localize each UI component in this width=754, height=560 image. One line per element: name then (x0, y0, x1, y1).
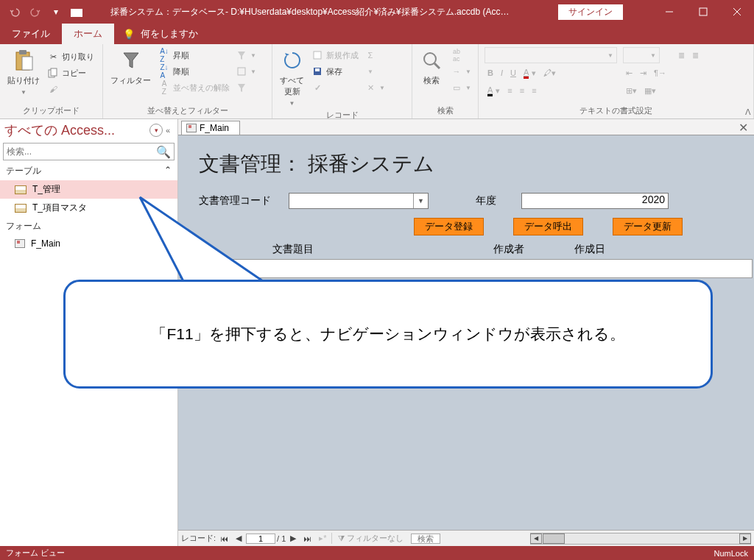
fill-color-button[interactable]: 🖍▾ (540, 65, 559, 81)
gridlines-button[interactable]: ⊞▾ (623, 82, 640, 99)
form-icon (15, 239, 25, 248)
callout-text: 「F11」を押下すると、ナビゲーションウィンドウが表示される。 (151, 324, 624, 344)
format-painter-button[interactable]: 🖌 (44, 81, 97, 97)
toggle-filter-button[interactable] (233, 79, 259, 96)
recnav-prev[interactable]: ◀ (233, 534, 244, 543)
recnav-next[interactable]: ▶ (287, 534, 299, 543)
signin-button[interactable]: サインイン (558, 4, 623, 20)
select-button[interactable]: ▭▼ (448, 79, 474, 96)
document-tab-fmain[interactable]: F_Main (181, 121, 240, 135)
scroll-left-button[interactable]: ◀ (530, 534, 542, 544)
title-bar: ▾ 採番システム：データベース- D:¥HUserdata¥desktop¥Ac… (0, 0, 754, 24)
underline-button[interactable]: U (507, 65, 519, 81)
tab-home[interactable]: ホーム (62, 24, 114, 44)
tell-me[interactable]: 💡 何をしますか (114, 24, 207, 44)
label-year: 年度 (476, 194, 512, 208)
align-center-button[interactable]: ≡ (517, 82, 527, 99)
document-close-button[interactable]: ✕ (733, 121, 754, 135)
new-icon (311, 49, 323, 61)
font-color-button[interactable]: A▾ (521, 65, 539, 81)
scroll-thumb[interactable] (543, 534, 565, 544)
find-button[interactable]: 検索 (415, 46, 448, 89)
font-color2-button[interactable]: A▾ (485, 82, 503, 99)
svg-rect-10 (314, 52, 321, 59)
nav-header-label: すべての Access... (4, 121, 148, 139)
clear-sort-button[interactable]: AZ並べ替えの解除 (155, 79, 233, 96)
table-icon (15, 185, 27, 194)
redo-button[interactable] (27, 3, 44, 21)
recnav-search[interactable] (411, 534, 440, 544)
save-record-button[interactable]: 保存 (309, 63, 362, 79)
totals-button[interactable]: Σ (362, 47, 388, 63)
indent-inc-button[interactable]: ⇥ (637, 65, 649, 81)
paste-button[interactable]: 貼り付け ▼ (3, 46, 44, 99)
refresh-all-button[interactable]: すべて 更新 ▼ (275, 46, 309, 110)
sort-desc-button[interactable]: Z↓A降順 (155, 63, 233, 79)
nav-search[interactable]: 🔍 (3, 143, 175, 160)
spelling-button[interactable]: ✓ (309, 79, 362, 96)
bullets-button[interactable]: ≣ (675, 47, 688, 63)
nav-search-input[interactable] (4, 146, 153, 157)
tab-file[interactable]: ファイル (0, 24, 62, 44)
qat-customize[interactable]: ▾ (47, 3, 65, 21)
nav-collapse-button[interactable]: « (163, 126, 173, 135)
recnav-new[interactable]: ▸* (316, 534, 329, 543)
align-right-button[interactable]: ≡ (529, 82, 539, 99)
recnav-label: レコード: (181, 533, 216, 544)
scroll-right-button[interactable]: ▶ (739, 534, 751, 544)
undo-button[interactable] (6, 3, 24, 21)
ltr-button[interactable]: ¶→ (651, 65, 669, 81)
bold-button[interactable]: B (485, 65, 496, 81)
nav-group-tables[interactable]: テーブル⌃ (0, 162, 177, 180)
font-size-combo[interactable]: ▼ (623, 47, 660, 63)
filter-button[interactable]: フィルター (106, 46, 155, 89)
numbering-button[interactable]: ≣ (689, 47, 702, 63)
goto-button[interactable]: →▼ (448, 63, 474, 79)
window-title: 採番システム：データベース- D:¥HUserdata¥desktop¥Acce… (88, 6, 558, 18)
goto-icon: → (451, 65, 462, 77)
group-label-format: テキストの書式設定 (482, 105, 750, 118)
more-button[interactable]: ▼ (362, 63, 388, 79)
collapse-icon: ⌃ (164, 165, 172, 177)
sigma-icon: Σ (364, 49, 376, 61)
alt-row-button[interactable]: ▦▾ (641, 82, 659, 99)
group-find: 検索 abac →▼ ▭▼ 検索 (412, 44, 479, 118)
sort-asc-button[interactable]: A↓Z昇順 (155, 47, 233, 63)
sort-desc-icon: Z↓A (158, 65, 170, 77)
recnav-position[interactable] (246, 534, 275, 544)
refresh-icon (281, 49, 304, 72)
copy-button[interactable]: コピー (44, 65, 97, 81)
replace-button[interactable]: abac (448, 47, 474, 63)
font-combo[interactable]: ▼ (485, 47, 617, 63)
new-record-button[interactable]: 新規作成 (309, 47, 362, 63)
update-button[interactable]: データ更新 (613, 218, 683, 235)
svg-line-14 (434, 63, 440, 68)
ribbon: 貼り付け ▼ ✂切り取り コピー 🖌 クリップボード フィルター A↓Z昇順 Z… (0, 44, 754, 119)
align-left-button[interactable]: ≡ (504, 82, 515, 99)
delete-button[interactable]: ✕▼ (362, 79, 388, 96)
cut-button[interactable]: ✂切り取り (44, 49, 97, 65)
year-field[interactable]: 2020 (521, 193, 669, 209)
delete-icon: ✕ (364, 82, 376, 93)
horizontal-scrollbar[interactable]: ◀ ▶ (530, 533, 751, 545)
maximize-button[interactable] (686, 0, 720, 24)
code-combobox[interactable]: ▼ (289, 193, 429, 209)
minimize-button[interactable] (652, 0, 686, 24)
nav-header[interactable]: すべての Access... ▾ « (0, 119, 177, 141)
indent-dec-button[interactable]: ⇤ (623, 65, 635, 81)
recnav-first[interactable]: ⏮ (217, 534, 231, 543)
italic-button[interactable]: I (498, 65, 506, 81)
search-icon: 🔍 (153, 145, 174, 159)
advanced-icon (236, 65, 247, 77)
recnav-filter[interactable]: ⧩ フィルターなし (331, 533, 409, 544)
search-icon (420, 49, 443, 72)
nav-menu-button[interactable]: ▾ (149, 124, 163, 137)
ribbon-collapse-button[interactable]: ᐱ (745, 107, 751, 117)
advanced-filter-button[interactable]: ▼ (233, 63, 259, 79)
load-button[interactable]: データ呼出 (513, 218, 583, 235)
close-button[interactable] (720, 0, 754, 24)
recnav-last[interactable]: ⏭ (300, 534, 314, 543)
register-button[interactable]: データ登録 (414, 218, 484, 235)
replace-icon: abac (451, 49, 462, 61)
selection-filter-button[interactable]: ▼ (233, 47, 259, 63)
